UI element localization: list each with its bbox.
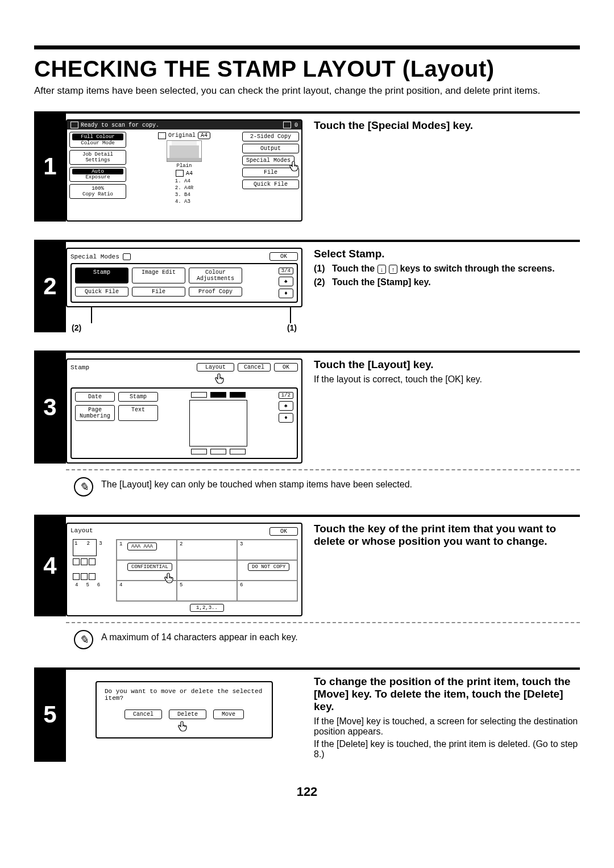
original-icon bbox=[158, 132, 166, 139]
step4-note: A maximum of 14 characters appear in eac… bbox=[101, 630, 298, 642]
original-label: Original bbox=[168, 132, 196, 139]
pos-top-left[interactable] bbox=[191, 392, 207, 398]
pointer-hand-icon bbox=[289, 160, 302, 174]
pos-bottom-center[interactable] bbox=[210, 449, 226, 454]
paper-size-list: 1. A4 2. A4R 3. B4 4. A3 bbox=[175, 178, 193, 205]
page-number: 122 bbox=[34, 784, 580, 799]
quick-file-button-2[interactable]: Quick File bbox=[75, 287, 128, 297]
paper-icon bbox=[176, 170, 184, 177]
step1-heading: Touch the [Special Modes] key. bbox=[314, 119, 580, 132]
layout-cell-1[interactable]: 1AAA AAA bbox=[117, 540, 177, 560]
cancel-button-5[interactable]: Cancel bbox=[125, 710, 162, 719]
callout-2: (2) bbox=[72, 323, 81, 332]
layout-cell-9[interactable]: 6 bbox=[237, 581, 297, 601]
colour-adjustments-button[interactable]: Colour Adjustments bbox=[189, 268, 242, 283]
note-icon: ✎ bbox=[74, 477, 93, 496]
layout-cell-2[interactable]: 2 bbox=[177, 540, 237, 560]
dashed-separator bbox=[66, 469, 580, 470]
layout-cell-8[interactable]: 5 bbox=[177, 581, 237, 601]
step-2: 2 Special Modes OK Stamp bbox=[34, 240, 580, 332]
file-button-2[interactable]: File bbox=[132, 287, 185, 297]
layout-cell-6[interactable]: DO NOT COPY bbox=[237, 560, 297, 581]
thumb-row-2 bbox=[73, 573, 111, 580]
page-preview bbox=[189, 400, 247, 446]
ok-button[interactable]: OK bbox=[269, 252, 298, 261]
page-title: CHECKING THE STAMP LAYOUT (Layout) bbox=[34, 56, 580, 82]
tray-icon bbox=[283, 122, 291, 128]
stamp-button[interactable]: Stamp bbox=[75, 268, 128, 283]
text-button[interactable]: Text bbox=[118, 405, 158, 421]
image-edit-button[interactable]: Image Edit bbox=[132, 268, 185, 283]
doc-stack-illustration bbox=[167, 140, 202, 162]
date-button[interactable]: Date bbox=[75, 392, 115, 402]
step-5: 5 Do you want to move or delete the sele… bbox=[34, 667, 580, 762]
counter: 0 bbox=[294, 122, 298, 128]
cancel-button[interactable]: Cancel bbox=[238, 363, 271, 372]
pointer-hand-icon bbox=[177, 720, 191, 734]
step-3: 3 Stamp Layout Cancel OK bbox=[34, 350, 580, 496]
status-text: Ready to scan for copy. bbox=[81, 122, 159, 128]
back-icon[interactable] bbox=[123, 253, 131, 260]
ok-button-4[interactable]: OK bbox=[269, 527, 298, 536]
step4-heading: Touch the key of the print item that you… bbox=[314, 523, 580, 548]
sub2-text: Touch the [Stamp] key. bbox=[332, 277, 431, 287]
step2-heading: Select Stamp. bbox=[314, 248, 580, 260]
step3-heading: Touch the [Layout] key. bbox=[314, 358, 580, 371]
output-button[interactable]: Output bbox=[242, 144, 299, 153]
plain-label: Plain bbox=[176, 163, 192, 169]
copy-ratio-button[interactable]: 100% Copy Ratio bbox=[69, 184, 126, 199]
ok-button-3[interactable]: OK bbox=[274, 363, 298, 372]
layout-cell-7[interactable]: 4 bbox=[117, 581, 177, 601]
page-numbering-button[interactable]: Page Numbering bbox=[75, 405, 115, 421]
intro-text: After stamp items have been selected, yo… bbox=[34, 85, 580, 97]
page-number-key[interactable]: 1,2,3.. bbox=[190, 604, 224, 612]
dialog-prompt: Do you want to move or delete the select… bbox=[105, 688, 264, 702]
step-2-number: 2 bbox=[34, 240, 66, 332]
job-detail-button[interactable]: Job Detail Settings bbox=[69, 150, 126, 165]
step5-heading: To change the position of the print item… bbox=[314, 675, 580, 713]
pos-bottom-left[interactable] bbox=[191, 449, 207, 454]
page-down-button-3[interactable]: ♦ bbox=[279, 413, 293, 423]
pos-bottom-right[interactable] bbox=[230, 449, 246, 454]
step2-screen: Special Modes OK Stamp Image Edit Colour… bbox=[66, 248, 302, 307]
full-colour-button[interactable]: Full Colour Colour Mode bbox=[69, 132, 126, 148]
up-key-icon: ↑ bbox=[389, 265, 398, 274]
step-5-number: 5 bbox=[34, 667, 66, 762]
step-4: 4 Layout OK 1 2 3 bbox=[34, 515, 580, 649]
layout-cell-3[interactable]: 3 bbox=[237, 540, 297, 560]
exposure-button[interactable]: Auto Exposure bbox=[69, 167, 126, 182]
sub1-num: (1) bbox=[314, 264, 332, 274]
special-modes-title: Special Modes bbox=[70, 253, 119, 260]
step1-screen: Ready to scan for copy. 0 Full Colour Co… bbox=[66, 119, 302, 222]
dashed-separator-4 bbox=[66, 622, 580, 623]
page-up-button-3[interactable]: ♠ bbox=[279, 401, 293, 411]
proof-copy-button[interactable]: Proof Copy bbox=[189, 287, 242, 297]
down-key-icon: ↓ bbox=[377, 265, 387, 274]
preview-thumb-1: 1 2 3 bbox=[73, 539, 97, 556]
quick-file-button[interactable]: Quick File bbox=[242, 180, 299, 189]
special-modes-button[interactable]: Special Modes bbox=[242, 156, 294, 165]
original-size[interactable]: A4 bbox=[198, 132, 210, 139]
step3-screen: Stamp Layout Cancel OK Date Stamp bbox=[66, 358, 302, 464]
stamp-title: Stamp bbox=[70, 364, 193, 371]
stamp-button-3[interactable]: Stamp bbox=[118, 392, 158, 402]
step-1: 1 Ready to scan for copy. 0 bbox=[34, 111, 580, 222]
delete-button[interactable]: Delete bbox=[169, 710, 206, 719]
page-down-button[interactable]: ♦ bbox=[279, 289, 293, 298]
layout-cell-5[interactable] bbox=[177, 560, 237, 581]
pointer-hand-icon bbox=[214, 373, 228, 386]
move-button[interactable]: Move bbox=[213, 710, 244, 719]
two-sided-copy-button[interactable]: 2-Sided Copy bbox=[242, 132, 299, 141]
sub1-text: Touch the ↓ ↑ keys to switch through the… bbox=[332, 264, 555, 274]
step5-body1: If the [Move] key is touched, a screen f… bbox=[314, 716, 580, 737]
page-up-button[interactable]: ♠ bbox=[279, 277, 293, 286]
layout-button[interactable]: Layout bbox=[197, 363, 234, 372]
layout-cell-4[interactable]: CONFIDENTIAL bbox=[117, 560, 177, 581]
layout-title: Layout bbox=[70, 527, 93, 536]
pos-top-right[interactable] bbox=[230, 392, 246, 398]
page-indicator-3: 1/2 bbox=[279, 392, 293, 399]
note-icon-4: ✎ bbox=[74, 630, 93, 649]
step-3-number: 3 bbox=[34, 350, 66, 464]
step4-screen: Layout OK 1 2 3 4 bbox=[66, 523, 302, 616]
pos-top-center[interactable] bbox=[210, 392, 226, 398]
